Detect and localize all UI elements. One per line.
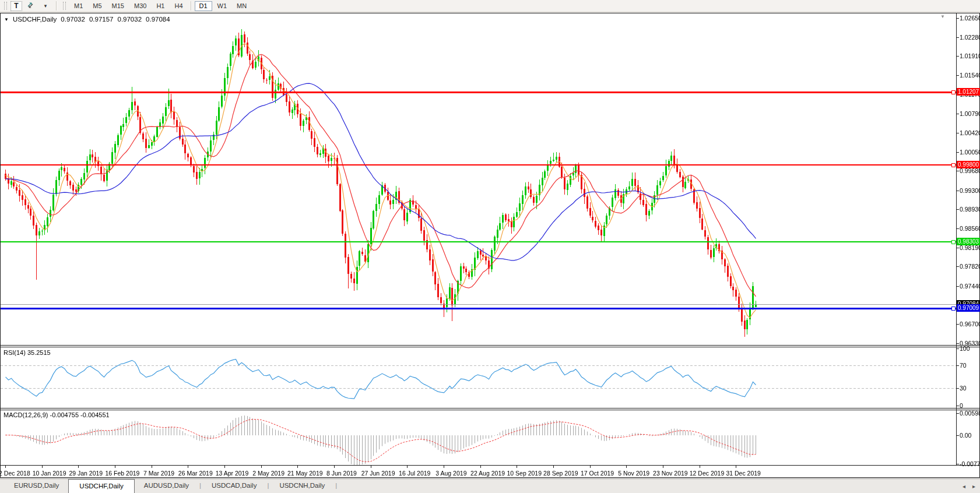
chart-tab-bar: EURUSD,DailyUSDCHF,DailyAUDUSD,Daily|USD… bbox=[0, 478, 980, 493]
timeframe-button-h4[interactable]: H4 bbox=[170, 1, 187, 11]
ohlc-open: 0.97032 bbox=[61, 16, 85, 23]
tab-scroll-right-icon[interactable]: ▸ bbox=[972, 483, 975, 490]
ohlc-high: 0.97157 bbox=[89, 16, 114, 23]
tab-separator: | bbox=[334, 479, 338, 493]
dropdown-caret-icon[interactable]: ▾ bbox=[38, 1, 52, 12]
tab-usdchf[interactable]: USDCHF,Daily bbox=[68, 479, 134, 493]
chart-shift-marker-icon[interactable]: ▼ bbox=[940, 14, 945, 19]
ohlc-low: 0.97032 bbox=[117, 16, 142, 23]
timeframe-button-d1[interactable]: D1 bbox=[195, 1, 212, 11]
ohlc-close: 0.97084 bbox=[146, 16, 170, 23]
timeframe-button-mn[interactable]: MN bbox=[232, 1, 251, 11]
cursor-arrows-button[interactable] bbox=[23, 1, 37, 12]
price-chart-canvas[interactable] bbox=[1, 13, 979, 477]
tab-scroll-controls: ◂ ▸ bbox=[963, 483, 975, 490]
tab-separator: | bbox=[198, 479, 202, 493]
toolbar-grip bbox=[63, 2, 66, 10]
macd-indicator-label: MACD(12,26,9) -0.004755 -0.004551 bbox=[3, 411, 110, 418]
tab-usdcad[interactable]: USDCAD,Daily bbox=[202, 479, 266, 493]
chart-symbol: USDCHF,Daily bbox=[13, 16, 57, 23]
collapse-triangle-icon[interactable]: ▼ bbox=[4, 17, 9, 22]
tab-usdcnh[interactable]: USDCNH,Daily bbox=[270, 479, 334, 493]
rsi-indicator-label: RSI(14) 35.2515 bbox=[3, 349, 51, 356]
timeframe-button-w1[interactable]: W1 bbox=[213, 1, 232, 11]
chart-title: ▼ USDCHF,Daily 0.97032 0.97157 0.97032 0… bbox=[4, 16, 170, 23]
tab-scroll-left-icon[interactable]: ◂ bbox=[963, 483, 965, 490]
tab-separator: | bbox=[266, 479, 270, 493]
timeframe-button-m15[interactable]: M15 bbox=[107, 1, 129, 11]
mt4-application: { "toolbar": { "text_tool": "T", "timefr… bbox=[0, 0, 980, 493]
toolbar-separator bbox=[56, 1, 57, 10]
toolbar-grip bbox=[4, 2, 7, 10]
toolbar-separator bbox=[191, 1, 192, 10]
tab-eurusd[interactable]: EURUSD,Daily bbox=[5, 479, 68, 493]
timeframe-button-m1[interactable]: M1 bbox=[69, 1, 87, 11]
chart-window: ▼ USDCHF,Daily 0.97032 0.97157 0.97032 0… bbox=[0, 13, 980, 478]
timeframe-button-h1[interactable]: H1 bbox=[152, 1, 169, 11]
chart-tabs: EURUSD,DailyUSDCHF,DailyAUDUSD,Daily|USD… bbox=[0, 479, 980, 493]
arrows-icon bbox=[26, 1, 34, 10]
tab-audusd[interactable]: AUDUSD,Daily bbox=[135, 479, 198, 493]
top-toolbar: T ▾ M1M5M15M30H1H4D1W1MN bbox=[0, 0, 980, 12]
timeframe-button-group: M1M5M15M30H1H4D1W1MN bbox=[69, 1, 251, 11]
timeframe-button-m30[interactable]: M30 bbox=[129, 1, 151, 11]
timeframe-button-m5[interactable]: M5 bbox=[88, 1, 106, 11]
text-tool-button[interactable]: T bbox=[10, 1, 22, 11]
